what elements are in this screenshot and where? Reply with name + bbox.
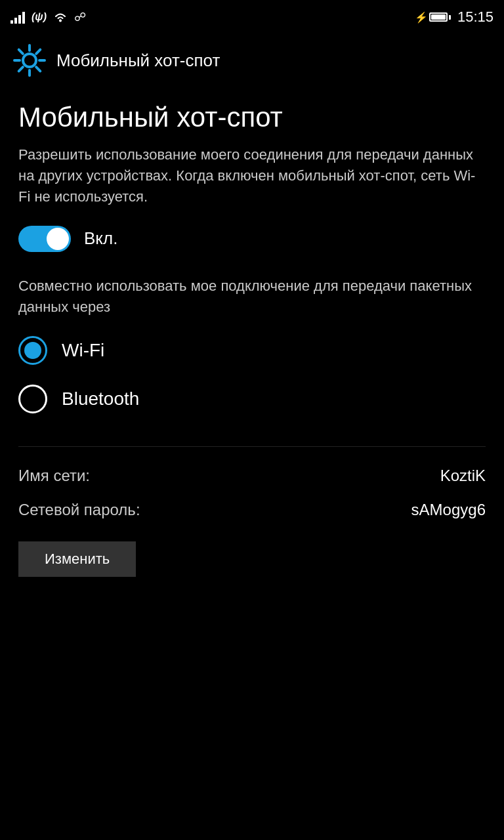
wifi-radio-inner xyxy=(24,342,41,359)
network-info-section: Имя сети: KoztiK Сетевой пароль: sAMogyg… xyxy=(18,446,486,577)
wifi-icon xyxy=(53,11,68,23)
svg-point-0 xyxy=(59,20,62,22)
app-bar-title: Мобильный хот-спот xyxy=(56,51,220,71)
svg-line-6 xyxy=(19,50,23,54)
svg-point-1 xyxy=(23,54,36,67)
svg-line-8 xyxy=(36,50,40,54)
status-right: ⚡ 15:15 xyxy=(415,9,494,26)
bluetooth-radio-button[interactable] xyxy=(18,385,47,413)
page-description: Разрешить использование моего соединения… xyxy=(18,144,486,207)
network-name-row: Имя сети: KoztiK xyxy=(18,467,486,485)
toggle-knob xyxy=(47,228,69,250)
network-password-label: Сетевой пароль: xyxy=(18,501,140,519)
edit-button[interactable]: Изменить xyxy=(18,541,136,577)
wifi-label: Wi-Fi xyxy=(62,340,104,361)
network-type-icon: (ψ) xyxy=(32,11,47,23)
status-left: (ψ) ☍ xyxy=(10,10,86,24)
wifi-radio-option[interactable]: Wi-Fi xyxy=(18,336,486,365)
main-content: Мобильный хот-спот Разрешить использован… xyxy=(0,87,504,593)
status-bar: (ψ) ☍ ⚡ 15:15 xyxy=(0,0,504,34)
hotspot-toggle-row: Вкл. xyxy=(18,226,486,252)
message-icon: ☍ xyxy=(74,10,86,24)
bluetooth-radio-option[interactable]: Bluetooth xyxy=(18,385,486,413)
app-bar: Мобильный хот-спот xyxy=(0,34,504,87)
bluetooth-label: Bluetooth xyxy=(62,388,139,410)
status-time: 15:15 xyxy=(457,9,494,26)
battery-icon: ⚡ xyxy=(415,11,451,24)
share-description: Совместно использовать мое подключение д… xyxy=(18,276,486,318)
network-name-label: Имя сети: xyxy=(18,467,90,485)
network-password-value: sAMogyg6 xyxy=(411,501,486,519)
settings-gear-icon xyxy=(13,44,46,77)
network-name-value: KoztiK xyxy=(440,467,486,485)
signal-strength-icon xyxy=(10,10,25,24)
wifi-radio-button[interactable] xyxy=(18,336,47,365)
toggle-label: Вкл. xyxy=(84,228,117,249)
page-title: Мобильный хот-спот xyxy=(18,102,486,133)
network-password-row: Сетевой пароль: sAMogyg6 xyxy=(18,501,486,519)
svg-line-7 xyxy=(36,67,40,71)
hotspot-toggle[interactable] xyxy=(18,226,71,252)
svg-line-9 xyxy=(19,67,23,71)
